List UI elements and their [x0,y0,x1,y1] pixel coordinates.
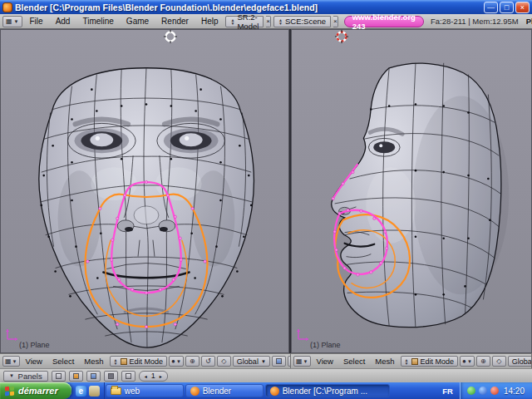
mode-selector[interactable]: ▲▼ Edit Mode [110,356,167,367]
scene-selector-value: SCE:Scene [285,17,326,26]
blender-task-icon [270,387,279,396]
panels-menu-button[interactable]: ▼ Panels [3,371,48,382]
viewport-side[interactable]: (1) Plane [291,29,532,353]
active-object-name: Plane [526,17,532,26]
front-face-mesh [1,30,288,352]
viewport-area: (1) Plane [0,29,532,353]
context-logic-icon[interactable] [52,371,66,382]
3d-cursor [335,30,348,43]
menu-render[interactable]: Render [156,17,194,26]
dropdown-arrows-icon: ▲▼ [278,18,283,25]
context-object-icon[interactable] [86,371,101,382]
menu-game[interactable]: Game [121,17,154,26]
screen-selector-value: SR:2-Model [237,12,259,31]
dropdown-arrows-icon: ▲▼ [114,358,118,365]
language-indicator[interactable]: FR [436,382,459,399]
view-menu[interactable]: View [313,357,337,366]
start-label: démarrer [18,386,58,396]
editor-type-icon[interactable]: ▦▼ [2,16,22,27]
taskbar-task-blender-active[interactable]: Blender [C:\Program ... [265,384,390,397]
blender-app-icon [2,2,12,12]
window-controls: — □ × [484,2,530,13]
desktop: Blender [C:\Program Files\Blender Founda… [0,0,532,399]
draw-type-selector[interactable]: ●▼ [169,356,184,367]
draw-type-selector[interactable]: ●▼ [460,356,475,367]
editor-type-icon[interactable]: ▦▼ [2,356,20,367]
window-title: Blender [C:\Program Files\Blender Founda… [15,2,481,12]
scene-close-icon[interactable]: × [333,16,338,27]
buttons-window-header: ▼ Panels ◂ 1 ▸ [0,368,532,382]
taskbar-clock: 14:20 [504,387,525,396]
axis-gizmo-icon [4,324,22,342]
quick-launch-desktop-icon[interactable] [89,386,100,397]
minimize-button[interactable]: — [484,2,498,13]
taskbar-task-blender[interactable]: Blender [185,384,264,397]
manipulator-toggle-icon[interactable]: ⊕ [185,356,200,367]
mode-selector[interactable]: ▲▼ Edit Mode [401,356,458,367]
side-face-mesh [292,30,531,352]
folder-icon [111,387,121,395]
close-button[interactable]: × [515,2,530,13]
scene-selector[interactable]: ▲▼ SCE:Scene [273,16,331,27]
orientation-selector[interactable]: Global▼ [233,356,270,367]
mesh-menu[interactable]: Mesh [371,357,398,366]
quick-launch: e [71,382,105,399]
step-right-icon[interactable]: ▸ [160,373,162,379]
manipulator-toggle-icon[interactable]: ⊕ [476,356,490,367]
viewport-object-label: (1) Plane [310,341,341,349]
context-shading-icon[interactable] [69,371,83,382]
dropdown-arrows-icon: ▲▼ [230,18,234,25]
viewport-headers: ▦▼ View Select Mesh ▲▼ Edit Mode ●▼ ⊕ ↺ … [0,353,532,368]
maximize-button[interactable]: □ [500,2,514,13]
blender-version-badge[interactable]: www.blender.org 243 [344,16,424,27]
mode-label: Edit Mode [130,357,164,366]
viewport-front[interactable]: (1) Plane [0,29,289,353]
menu-help[interactable]: Help [196,17,224,26]
edit-mode-cube-icon [411,358,418,365]
proportional-edit-icon[interactable]: ◇ [492,356,506,367]
tray-network-icon[interactable] [479,387,487,395]
step-left-icon[interactable]: ◂ [145,373,147,379]
axis-gizmo-icon [295,324,313,342]
menu-file[interactable]: File [25,17,48,26]
rotate-manipulator-icon[interactable]: ↺ [201,356,215,367]
snap-toggle-icon[interactable] [272,356,286,367]
select-menu[interactable]: Select [48,357,78,366]
face-side[interactable] [332,63,509,328]
header-stats: Fa:28-211 | Mem:12.95M [431,17,519,26]
3d-cursor [164,30,177,43]
menu-timeline[interactable]: Timeline [77,17,118,26]
screen-selector[interactable]: ▲▼ SR:2-Model [225,16,264,27]
blender-info-header: ▦▼ File Add Timeline Game Render Help ▲▼… [0,14,532,29]
editor-type-icon[interactable]: ▦▼ [293,356,311,367]
view-menu[interactable]: View [22,357,47,366]
viewport-header-front: ▦▼ View Select Mesh ▲▼ Edit Mode ●▼ ⊕ ↺ … [0,353,291,368]
dropdown-arrows-icon: ▲▼ [405,358,409,365]
windows-taskbar: démarrer e web Blender Blender [C:\Progr… [0,382,532,399]
proportional-edit-icon[interactable]: ◇ [217,356,231,367]
select-menu[interactable]: Select [339,357,369,366]
orientation-selector[interactable]: Global▼ [508,356,532,367]
tray-alert-icon[interactable] [490,387,499,395]
menu-add[interactable]: Add [51,17,76,26]
windows-flag-icon [5,386,14,396]
system-tray: 14:20 [460,382,532,399]
mode-label: Edit Mode [421,357,455,366]
frame-stepper[interactable]: ◂ 1 ▸ [139,371,168,382]
frame-value: 1 [151,372,155,380]
quick-launch-browser-icon[interactable]: e [76,386,86,397]
screen-close-icon[interactable]: × [266,16,271,27]
tray-shield-icon[interactable] [467,387,475,395]
blender-task-icon [190,387,200,396]
viewport-header-side: ▦▼ View Select Mesh ▲▼ Edit Mode ●▼ ⊕ ◇ … [291,353,532,368]
face-front[interactable] [39,68,254,347]
window-titlebar[interactable]: Blender [C:\Program Files\Blender Founda… [0,0,532,14]
mesh-menu[interactable]: Mesh [80,357,107,366]
taskbar-spacer [391,382,437,399]
taskbar-task-web[interactable]: web [106,384,184,397]
start-button[interactable]: démarrer [0,382,71,399]
context-editing-icon[interactable] [104,371,118,382]
context-scene-icon[interactable] [121,371,135,382]
edit-mode-cube-icon [121,358,127,365]
viewport-object-label: (1) Plane [19,341,50,349]
